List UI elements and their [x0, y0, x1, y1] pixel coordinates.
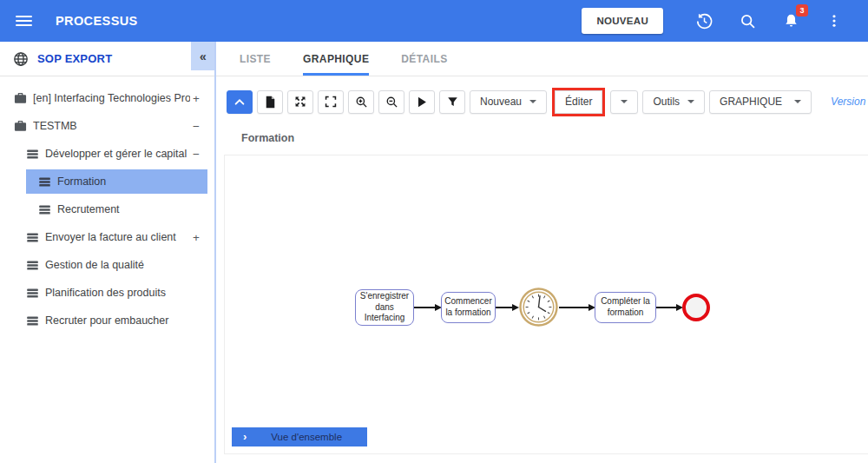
expand-icon[interactable]: +	[190, 231, 202, 244]
overview-toggle[interactable]: › Vue d'ensemble	[232, 427, 367, 446]
sequence-flow-arrow	[414, 307, 436, 308]
globe-icon	[12, 50, 30, 68]
caret-down-icon	[794, 100, 801, 103]
version-status-label: Version publiée	[831, 96, 868, 108]
bpmn-end-event[interactable]	[682, 294, 710, 321]
view-mode-value: GRAPHIQUE	[720, 96, 782, 108]
zoom-in-button[interactable]	[348, 90, 374, 114]
sequence-flow-arrow	[656, 307, 677, 308]
tabs-bar: LISTE GRAPHIQUE DÉTAILS	[216, 42, 868, 76]
tree-item-testmb[interactable]: TESTMB −	[0, 112, 214, 140]
sidebar-title: SOP EXPORT	[37, 52, 112, 65]
process-icon	[38, 204, 51, 215]
sidebar-header: SOP EXPORT «	[0, 42, 214, 76]
play-button[interactable]	[409, 90, 435, 114]
annotation-highlight-box: Éditer	[552, 88, 605, 116]
sequence-flow-arrow	[496, 307, 513, 308]
collapse-toolbar-button[interactable]	[227, 90, 253, 114]
history-icon[interactable]	[694, 10, 714, 31]
nouveau-dropdown-label: Nouveau	[480, 96, 522, 108]
editer-caret-button[interactable]	[610, 90, 638, 114]
tree-item-developper[interactable]: Développer et gérer le capital hu... −	[0, 140, 214, 168]
process-tree: [en] Interfacing Technologies Proce... +…	[0, 76, 214, 334]
app-title: PROCESSUS	[56, 14, 138, 28]
bpmn-timer-event[interactable]	[518, 287, 559, 331]
tree-item-label: Recruter pour embaucher	[45, 314, 202, 327]
tree-item-recrutement[interactable]: Recrutement	[0, 195, 214, 223]
nouveau-button[interactable]: NOUVEAU	[582, 8, 663, 34]
zoom-out-button[interactable]	[378, 90, 404, 114]
caret-down-icon	[621, 100, 628, 103]
tree-item-label: Formation	[57, 175, 202, 188]
bpmn-task-commencer[interactable]: Commencer la formation	[441, 292, 496, 323]
notification-badge: 3	[796, 4, 808, 17]
diagram-canvas: S'enregistrer dans Interfacing Commencer…	[224, 155, 868, 454]
outils-dropdown[interactable]: Outils	[642, 90, 705, 114]
collapse-icon[interactable]: −	[190, 148, 202, 161]
search-icon[interactable]	[737, 10, 758, 31]
hamburger-menu-icon[interactable]	[16, 16, 32, 27]
tree-item-label: Recrutement	[57, 203, 202, 215]
chevron-right-icon: ›	[243, 430, 247, 443]
tree-item-label: [en] Interfacing Technologies Proce...	[33, 92, 190, 104]
tree-item-envoyer-facture[interactable]: Envoyer la facture au client +	[0, 223, 214, 251]
document-button[interactable]	[257, 90, 283, 114]
sequence-flow-arrow	[559, 307, 589, 308]
tree-item-recruter[interactable]: Recruter pour embaucher	[0, 307, 214, 334]
tree-item-label: Envoyer la facture au client	[45, 231, 190, 243]
diagram-title: Formation	[241, 132, 868, 144]
notifications-icon[interactable]: 3	[780, 10, 801, 31]
briefcase-icon	[14, 120, 27, 132]
tab-graphique[interactable]: GRAPHIQUE	[303, 42, 369, 76]
bpmn-task-senregistrer[interactable]: S'enregistrer dans Interfacing	[355, 289, 414, 326]
process-icon	[38, 176, 51, 188]
tree-item-planification[interactable]: Planification des produits	[0, 279, 214, 307]
caret-down-icon	[529, 100, 536, 103]
collapse-icon[interactable]: −	[190, 120, 202, 133]
view-mode-select[interactable]: GRAPHIQUE	[709, 90, 812, 114]
process-icon	[26, 260, 39, 271]
process-icon	[26, 315, 39, 327]
pan-view-button[interactable]	[287, 90, 313, 114]
tree-item-gestion-qualite[interactable]: Gestion de la qualité	[0, 251, 214, 279]
process-tree-sidebar: SOP EXPORT « [en] Interfacing Technologi…	[0, 42, 216, 463]
nouveau-dropdown[interactable]: Nouveau	[470, 90, 547, 114]
tree-item-label: Gestion de la qualité	[45, 259, 202, 271]
main-content: LISTE GRAPHIQUE DÉTAILS	[216, 42, 868, 463]
overview-label: Vue d'ensemble	[271, 432, 342, 442]
tab-liste[interactable]: LISTE	[240, 42, 271, 76]
graph-toolbar: Nouveau Éditer Outils GRAPHIQUE Version …	[227, 86, 868, 117]
tree-item-interfacing[interactable]: [en] Interfacing Technologies Proce... +	[0, 84, 214, 112]
process-icon	[26, 232, 39, 243]
caret-down-icon	[687, 100, 694, 103]
process-icon	[26, 149, 39, 160]
expand-icon[interactable]: +	[190, 92, 202, 105]
editer-button[interactable]: Éditer	[555, 90, 602, 114]
overflow-menu-icon[interactable]	[824, 10, 845, 31]
bpmn-task-completer[interactable]: Compléter la formation	[595, 292, 656, 323]
filter-button[interactable]	[439, 90, 465, 114]
tree-item-label: Développer et gérer le capital hu...	[45, 148, 190, 160]
briefcase-icon	[14, 92, 27, 104]
collapse-sidebar-button[interactable]: «	[191, 42, 214, 70]
fullscreen-button[interactable]	[318, 90, 344, 114]
tree-item-label: Planification des produits	[45, 287, 202, 299]
outils-dropdown-label: Outils	[653, 96, 680, 108]
top-app-bar: PROCESSUS NOUVEAU 3	[0, 0, 868, 42]
tab-details[interactable]: DÉTAILS	[401, 42, 447, 76]
tree-item-label: TESTMB	[33, 120, 190, 132]
process-icon	[26, 288, 39, 299]
editer-button-label: Éditer	[565, 96, 592, 108]
tree-item-formation-selected[interactable]: Formation	[26, 169, 207, 194]
